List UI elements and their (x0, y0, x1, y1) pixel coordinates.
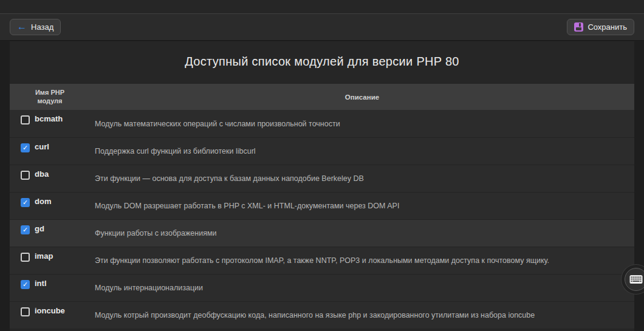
back-arrow-icon: ← (17, 22, 27, 32)
table-row: ✓ curl Поддержка curl функций из библиот… (10, 137, 634, 165)
module-name: dba (35, 170, 49, 179)
table-row: ✓ gd Функции работы с изображениями (10, 219, 634, 247)
module-name: gd (35, 225, 44, 233)
table-row: ✓ intl Модуль интернационализации (10, 274, 634, 301)
table-row: bcmath Модуль математических операций с … (10, 110, 634, 137)
module-name-cell: ✓ gd (10, 220, 90, 247)
module-name-cell: bcmath (10, 110, 90, 137)
module-checkbox[interactable]: ✓ (21, 143, 30, 152)
table-row: ioncube Модуль котрый производит деобфус… (10, 301, 634, 329)
module-checkbox[interactable] (21, 307, 30, 316)
module-checkbox[interactable] (21, 171, 30, 180)
modules-table: Имя PHP модуля Описание bcmath Модуль ма… (10, 84, 634, 329)
module-checkbox[interactable] (21, 115, 30, 125)
module-name: bcmath (35, 115, 63, 123)
page-title: Доступный список модулей для версии PHP … (10, 41, 634, 69)
save-button-label: Сохранить (587, 22, 627, 32)
modules-panel: Доступный список модулей для версии PHP … (10, 41, 634, 331)
toolbar: ← Назад Сохранить (0, 14, 644, 41)
table-row: dba Эти функции — основа для доступа к б… (10, 165, 634, 192)
module-description: Модуль котрый производит деобфускацию ко… (90, 302, 634, 329)
module-name: dom (35, 197, 51, 206)
module-description: Эти функции — основа для доступа к базам… (90, 165, 634, 192)
module-name-cell: ioncube (10, 302, 90, 329)
app-window: ← Назад Сохранить Доступный список модул… (0, 0, 644, 331)
keyboard-icon (629, 275, 643, 284)
table-header: Имя PHP модуля Описание (10, 84, 634, 110)
virtual-keyboard-button[interactable] (625, 268, 644, 291)
module-name-cell: imap (10, 247, 90, 274)
table-body: bcmath Модуль математических операций с … (10, 110, 634, 329)
module-checkbox[interactable]: ✓ (21, 198, 30, 207)
module-name: intl (35, 279, 47, 288)
module-description: Модуль математических операций с числами… (90, 110, 634, 137)
module-name-cell: ✓ curl (10, 138, 90, 165)
module-name: curl (35, 143, 49, 151)
module-description: Модуль DOM разрешает работать в PHP с XM… (90, 193, 634, 219)
module-name-cell: ✓ dom (10, 193, 90, 219)
back-button-label: Назад (31, 22, 53, 32)
module-checkbox[interactable] (21, 253, 30, 262)
window-top-strip (0, 0, 644, 14)
floppy-disk-icon (574, 22, 583, 32)
module-description: Функции работы с изображениями (90, 220, 634, 247)
module-name: ioncube (35, 307, 65, 315)
table-row: ✓ dom Модуль DOM разрешает работать в PH… (10, 192, 634, 219)
table-row: imap Эти функции позволяют работать с пр… (10, 247, 634, 274)
content-area: Доступный список модулей для версии PHP … (0, 41, 644, 331)
module-description: Поддержка curl функций из библиотеки lib… (90, 138, 634, 165)
save-button[interactable]: Сохранить (567, 19, 634, 35)
column-header-name: Имя PHP модуля (10, 89, 90, 104)
module-name: imap (35, 252, 53, 261)
module-description: Модуль интернационализации (90, 275, 634, 301)
module-name-cell: ✓ intl (10, 275, 90, 301)
module-description: Эти функции позволяют работать с протоко… (90, 247, 634, 274)
module-name-cell: dba (10, 165, 90, 192)
column-header-description: Описание (90, 94, 634, 101)
module-checkbox[interactable]: ✓ (21, 225, 30, 234)
back-button[interactable]: ← Назад (10, 19, 61, 35)
module-checkbox[interactable]: ✓ (21, 280, 30, 289)
